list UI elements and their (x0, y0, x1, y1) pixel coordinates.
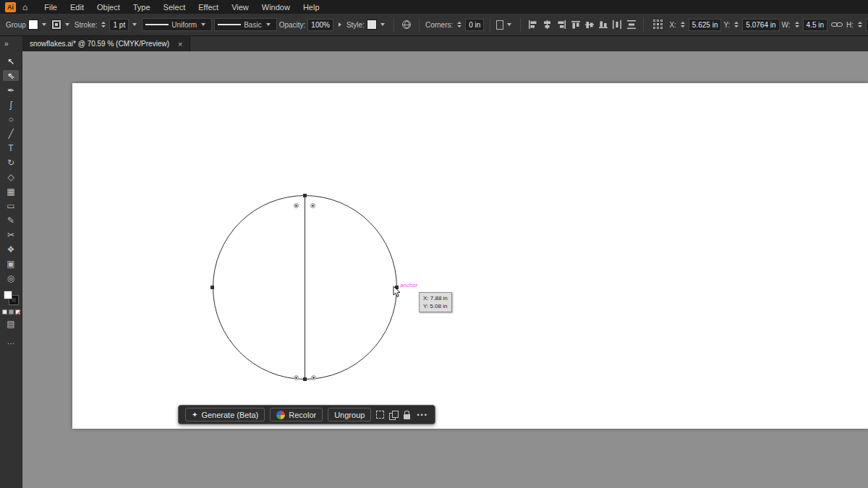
w-stepper[interactable] (795, 22, 799, 27)
y-field[interactable]: 5.0764 in (742, 19, 779, 31)
y-stepper[interactable] (734, 22, 739, 27)
constrain-proportions-link-icon[interactable] (831, 21, 843, 28)
style-caret-icon[interactable] (380, 23, 385, 26)
canvas[interactable]: anchor X: 7.88 in Y: 5.08 in ✦ Generate … (22, 51, 868, 488)
w-field[interactable]: 4.5 in (803, 19, 827, 31)
corners-stepper[interactable] (457, 22, 461, 27)
align-top-icon[interactable] (570, 20, 582, 29)
intertwine-icon[interactable] (376, 411, 384, 419)
tab-close-icon[interactable]: × (178, 40, 182, 48)
menu-select[interactable]: Select (157, 0, 192, 14)
width-profile-dropdown[interactable]: Uniform (142, 18, 212, 31)
anchor-point-bottom[interactable] (303, 377, 307, 381)
direct-selection-tool[interactable]: ⇖ (3, 70, 19, 81)
recolor-button[interactable]: Recolor (270, 408, 323, 421)
type-tool[interactable]: T (3, 142, 19, 153)
toolbar-collapse-icon[interactable]: » (0, 36, 22, 51)
menu-help[interactable]: Help (297, 0, 326, 14)
generate-button[interactable]: ✦ Generate (Beta) (185, 408, 265, 421)
gradient-mode-icon[interactable] (9, 309, 14, 314)
distribute-horizontal-icon[interactable] (611, 20, 624, 29)
stroke-weight-field[interactable]: 1 pt (109, 19, 129, 31)
paintbrush-tool[interactable]: ╱ (3, 128, 19, 139)
scissors-tool[interactable]: ✂ (3, 229, 19, 240)
pen-tool[interactable]: ✒ (3, 85, 19, 95)
corners-field[interactable]: 0 in (465, 19, 484, 31)
curvature-tool[interactable]: ʃ (3, 99, 19, 110)
fill-dropdown-caret-icon[interactable] (42, 23, 46, 26)
screen-mode-icon[interactable]: ▤ (3, 318, 19, 329)
y-label: Y: (723, 21, 730, 29)
doc-caret-icon[interactable] (507, 23, 511, 26)
menu-object[interactable]: Object (90, 0, 127, 14)
stroke-weight-stepper[interactable] (101, 22, 106, 27)
duplicate-icon[interactable] (389, 411, 399, 419)
corner-widget-top-left[interactable] (294, 203, 299, 208)
stroke-weight-caret-icon[interactable] (132, 23, 137, 26)
artboard[interactable] (72, 83, 868, 429)
graphic-style-swatch[interactable] (367, 20, 377, 30)
hand-tool[interactable]: ❖ (3, 244, 19, 254)
menu-type[interactable]: Type (127, 0, 157, 14)
none-mode-icon[interactable] (15, 309, 20, 314)
illustrator-logo-icon[interactable]: Ai (5, 2, 16, 12)
ungroup-button[interactable]: Ungroup (328, 408, 371, 421)
h-stepper[interactable] (858, 22, 862, 27)
document-setup-globe-icon[interactable] (402, 20, 411, 29)
taskbar-more-icon[interactable]: ••• (417, 411, 427, 419)
opacity-options-chevron-icon[interactable] (339, 22, 341, 27)
width-profile-preview (145, 24, 169, 25)
home-icon[interactable]: ⌂ (22, 2, 27, 12)
align-bottom-icon[interactable] (597, 20, 609, 29)
menu-window[interactable]: Window (255, 0, 297, 14)
menu-effect[interactable]: Effect (192, 0, 225, 14)
corner-widget-top-right[interactable] (310, 203, 315, 208)
width-profile-value: Uniform (171, 21, 197, 29)
document-tab[interactable]: snowflakes.ai* @ 70.59 % (CMYK/Preview) … (22, 36, 190, 51)
fill-color-swatch[interactable] (28, 20, 38, 30)
x-label: X: (669, 21, 676, 29)
recolor-label: Recolor (289, 411, 316, 419)
isolate-object-icon[interactable] (496, 20, 503, 30)
rectangle-tool[interactable]: ▣ (3, 258, 19, 269)
anchor-point-top[interactable] (303, 194, 307, 197)
reference-point-grid-icon[interactable] (653, 20, 663, 30)
separator (419, 17, 420, 32)
ellipse-tool[interactable]: ○ (3, 114, 19, 124)
mouse-cursor-icon (393, 286, 401, 301)
vertical-line-path[interactable] (305, 196, 305, 379)
shape-builder-tool[interactable]: ◇ (3, 171, 19, 182)
corner-widget-bottom-left[interactable] (294, 375, 299, 380)
rotate-tool[interactable]: ↻ (3, 157, 19, 168)
x-field[interactable]: 5.625 in (689, 19, 722, 31)
menu-bar: Ai ⌂ File Edit Object Type Select Effect… (0, 0, 868, 14)
artboard-tool[interactable]: ▭ (3, 200, 19, 211)
align-left-icon[interactable] (527, 20, 539, 29)
control-bar: Group Stroke: 1 pt Uniform Basic Opacity… (0, 14, 868, 36)
anchor-point-left[interactable] (210, 286, 214, 289)
lock-icon[interactable] (404, 414, 410, 419)
distribute-vertical-icon[interactable] (626, 20, 637, 29)
selection-tool[interactable]: ↖ (3, 56, 19, 67)
align-right-icon[interactable] (556, 20, 568, 29)
color-mode-icon[interactable] (2, 309, 7, 314)
menu-edit[interactable]: Edit (64, 0, 90, 14)
recolor-wheel-icon (276, 411, 285, 419)
stroke-color-swatch[interactable] (51, 20, 61, 30)
fill-swatch[interactable] (4, 291, 12, 299)
stroke-dropdown-caret-icon[interactable] (65, 23, 69, 26)
x-stepper[interactable] (681, 22, 685, 27)
align-middle-icon[interactable] (584, 20, 595, 29)
corner-widget-bottom-right[interactable] (311, 375, 316, 380)
fill-stroke-indicator[interactable] (4, 291, 18, 304)
ungroup-label: Ungroup (334, 411, 365, 419)
edit-toolbar-more-icon[interactable]: … (7, 337, 15, 346)
pencil-tool[interactable]: ✎ (3, 215, 19, 226)
brush-dropdown[interactable]: Basic (214, 18, 276, 31)
menu-view[interactable]: View (225, 0, 255, 14)
menu-file[interactable]: File (38, 0, 64, 14)
opacity-field[interactable]: 100% (307, 19, 333, 31)
gradient-tool[interactable]: ▦ (3, 186, 19, 197)
zoom-tool[interactable]: ◎ (3, 273, 19, 283)
align-center-icon[interactable] (541, 20, 553, 29)
